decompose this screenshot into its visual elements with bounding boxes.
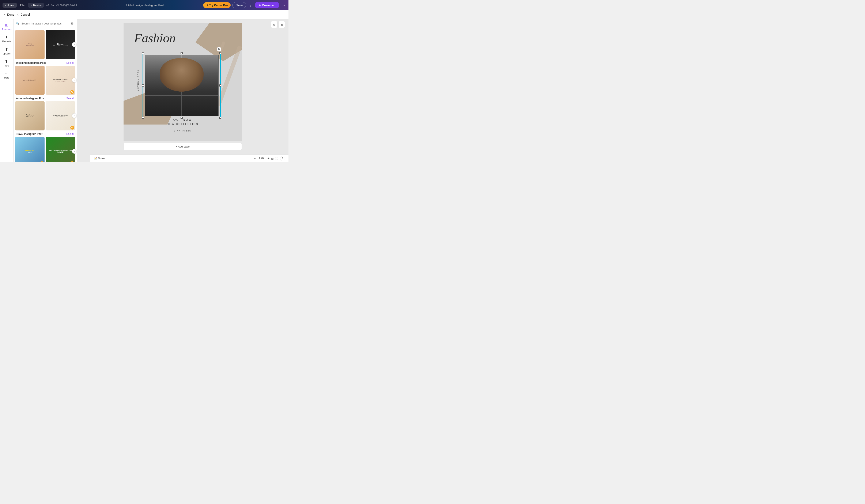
template-card[interactable]: WHY YOU SHOULD RENT A CAR VACATION W <box>46 137 75 162</box>
template-card[interactable]: TRAVEL More W <box>15 137 45 162</box>
template-card[interactable]: Bloom YOU ARE PLANTED <box>46 30 75 59</box>
wedding-next-button[interactable]: › <box>72 78 77 83</box>
sidebar-item-elements[interactable]: ✦ Elements <box>1 33 13 44</box>
notes-label: Notes <box>98 157 105 160</box>
template-card[interactable]: Be My Bridesmaid? <box>15 30 45 59</box>
download-button[interactable]: ⬇ Download <box>255 2 279 8</box>
home-button[interactable]: ‹ Home <box>2 3 17 8</box>
zoom-level: 83% <box>257 157 266 160</box>
template-card[interactable]: SUMMER SALE Wedding Bouquet W <box>46 66 75 95</box>
autumn-section-header: Autumn Instagram Post See all <box>16 97 74 100</box>
bottom-bar: 📝 Notes − 83% + ⊡ ⛶ ? <box>90 154 288 162</box>
autumn-next-button[interactable]: › <box>72 113 77 118</box>
x-icon: ✕ <box>17 13 19 16</box>
fashion-title: Fashion <box>134 32 176 44</box>
wedding-section-title: Wedding Instagram Post <box>16 61 46 65</box>
search-icon: 🔍 <box>16 22 20 25</box>
fit-view-button[interactable]: ⊡ <box>271 157 274 160</box>
photo-container[interactable] <box>145 55 219 116</box>
download-label: Download <box>262 3 275 7</box>
autumn-template-grid: Fashion OUT NOW BREAKING NEWS! New desti… <box>15 101 75 130</box>
grid-cell <box>145 96 182 116</box>
card-content: Bloom YOU ARE PLANTED <box>46 30 75 59</box>
zoom-controls: − 83% + ⊡ ⛶ ? <box>254 156 285 161</box>
notes-icon: 📝 <box>94 157 97 160</box>
sidebar-item-more[interactable]: ··· More <box>1 69 13 81</box>
design-title: Untitled design - Instagram Post <box>125 3 164 7</box>
share-button[interactable]: Share <box>232 2 246 8</box>
more-icon: ··· <box>5 71 9 76</box>
saved-status: All changes saved <box>56 3 77 7</box>
card-content: SUMMER SALE Wedding Bouquet <box>46 66 75 95</box>
try-pro-button[interactable]: ✦ Try Canva Pro <box>203 2 231 8</box>
autumn-see-all-button[interactable]: See all <box>66 97 74 100</box>
wedding-section-header: Wedding Instagram Post See all <box>16 61 74 65</box>
zoom-in-button[interactable]: + <box>268 156 269 161</box>
done-label: Done <box>7 13 14 16</box>
top-template-grid: Be My Bridesmaid? Bloom YOU ARE PLANTED … <box>15 30 75 59</box>
travel-section-title: Travel Instagram Post <box>16 132 43 136</box>
sidebar-item-templates[interactable]: ⊞ Templates <box>1 21 13 32</box>
template-scroll: Be My Bridesmaid? Bloom YOU ARE PLANTED … <box>13 28 77 162</box>
template-card[interactable]: Fashion OUT NOW <box>15 101 45 130</box>
pro-badge: W <box>70 90 74 94</box>
check-icon: ✓ <box>3 13 6 16</box>
text-icon: T <box>5 59 8 64</box>
search-input[interactable] <box>21 22 69 25</box>
more-label: More <box>4 77 9 79</box>
fullscreen-button[interactable]: ⛶ <box>275 157 278 160</box>
face-shape <box>160 58 204 91</box>
redo-button[interactable]: ↪ <box>50 2 55 8</box>
top-bar: ‹ Home File ✦ Resize ↩ ↪ All changes sav… <box>0 0 288 10</box>
card-content: BREAKING NEWS! New destination <box>46 101 75 130</box>
model-photo <box>145 55 218 116</box>
zoom-out-button[interactable]: − <box>254 156 255 161</box>
next-arrow-button[interactable]: › <box>72 42 77 47</box>
add-page-bar[interactable]: + Add page <box>124 143 242 150</box>
link-in-bio-text: LINK IN BIO <box>124 129 242 132</box>
add-page-button[interactable]: ⊞ <box>278 21 285 28</box>
sidebar-item-uploads[interactable]: ⬆ Uploads <box>1 45 13 57</box>
notes-button[interactable]: 📝 Notes <box>94 157 105 160</box>
travel-template-grid: TRAVEL More W WHY YOU SHOULD RENT A CAR … <box>15 137 75 162</box>
travel-next-button[interactable]: › <box>72 149 77 154</box>
template-card[interactable]: Be My Bridesmaid? <box>15 66 45 95</box>
stats-button[interactable]: ⋮ <box>248 2 254 8</box>
file-button[interactable]: File <box>19 3 26 8</box>
card-content: Be My Bridesmaid? <box>15 30 45 59</box>
resize-button[interactable]: ✦ Resize <box>28 3 44 8</box>
design-canvas[interactable]: Fashion AUTUMN 2020 <box>124 23 242 141</box>
filter-button[interactable]: ⚙ <box>70 21 74 26</box>
templates-icon: ⊞ <box>5 22 9 27</box>
main-layout: ⊞ Templates ✦ Elements ⬆ Uploads T Text … <box>0 19 288 162</box>
help-button[interactable]: ? <box>280 156 285 161</box>
canvas-wrapper: Fashion AUTUMN 2020 <box>124 23 242 150</box>
search-bar: 🔍 ⚙ <box>13 19 77 28</box>
travel-see-all-button[interactable]: See all <box>66 132 74 136</box>
undo-redo-group: ↩ ↪ <box>45 2 55 8</box>
autumn-text: AUTUMN 2020 <box>137 70 140 91</box>
card-content: Fashion OUT NOW <box>15 101 45 130</box>
autumn-section-title: Autumn Instagram Post <box>16 97 45 100</box>
top-bar-left: ‹ Home File ✦ Resize ↩ ↪ All changes sav… <box>2 2 201 8</box>
undo-button[interactable]: ↩ <box>45 2 50 8</box>
grid-cell <box>182 96 218 116</box>
more-options-button[interactable]: ⋯ <box>280 2 286 8</box>
card-content: Be My Bridesmaid? <box>15 66 45 95</box>
uploads-icon: ⬆ <box>5 47 9 52</box>
star-icon: ✦ <box>30 3 32 7</box>
wedding-template-grid: Be My Bridesmaid? SUMMER SALE Wedding Bo… <box>15 66 75 95</box>
uploads-label: Uploads <box>3 52 11 55</box>
template-card[interactable]: BREAKING NEWS! New destination W <box>46 101 75 130</box>
elements-icon: ✦ <box>5 35 9 40</box>
cancel-button[interactable]: ✕ Cancel <box>17 13 30 16</box>
canvas-area: ⧉ ⊞ Fashion AUTUMN 2020 <box>77 19 288 162</box>
done-button[interactable]: ✓ Done <box>3 13 14 16</box>
top-bar-right: ✦ Try Canva Pro Share ⋮ ⬇ Download ⋯ <box>203 2 286 8</box>
wedding-see-all-button[interactable]: See all <box>66 61 74 65</box>
sub-bar: ✓ Done ✕ Cancel <box>0 10 288 19</box>
left-sidebar: ⊞ Templates ✦ Elements ⬆ Uploads T Text … <box>0 19 13 162</box>
sidebar-item-text[interactable]: T Text <box>1 57 13 69</box>
copy-page-button[interactable]: ⧉ <box>271 21 277 28</box>
chevron-left-icon: ‹ <box>5 3 6 7</box>
